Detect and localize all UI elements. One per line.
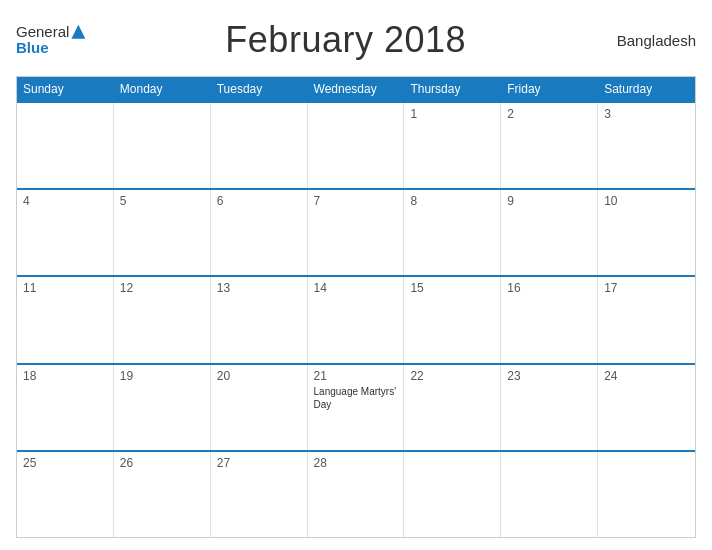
- day-of-week-friday: Friday: [501, 77, 598, 101]
- calendar-cell: 10: [598, 190, 695, 275]
- day-number: 14: [314, 281, 398, 295]
- calendar-cell: 4: [17, 190, 114, 275]
- logo-triangle-icon: [71, 25, 85, 39]
- calendar-title: February 2018: [85, 19, 606, 61]
- day-number: 27: [217, 456, 301, 470]
- day-number: 13: [217, 281, 301, 295]
- calendar-cell: 21Language Martyrs' Day: [308, 365, 405, 450]
- day-number: 19: [120, 369, 204, 383]
- calendar-week-5: 25262728: [17, 450, 695, 537]
- calendar-cell: 6: [211, 190, 308, 275]
- calendar-cell: [17, 103, 114, 188]
- day-number: 28: [314, 456, 398, 470]
- calendar-cell: 17: [598, 277, 695, 362]
- calendar-cell: 1: [404, 103, 501, 188]
- day-number: 25: [23, 456, 107, 470]
- logo-general-text: General: [16, 24, 69, 41]
- day-number: 12: [120, 281, 204, 295]
- calendar-cell: 26: [114, 452, 211, 537]
- day-number: 7: [314, 194, 398, 208]
- calendar-cell: 8: [404, 190, 501, 275]
- calendar-cell: 15: [404, 277, 501, 362]
- calendar: SundayMondayTuesdayWednesdayThursdayFrid…: [16, 76, 696, 538]
- calendar-cell: 14: [308, 277, 405, 362]
- day-number: 9: [507, 194, 591, 208]
- day-number: 6: [217, 194, 301, 208]
- calendar-cell: 9: [501, 190, 598, 275]
- calendar-week-1: 123: [17, 101, 695, 188]
- calendar-cell: 12: [114, 277, 211, 362]
- calendar-cell: 3: [598, 103, 695, 188]
- day-of-week-saturday: Saturday: [598, 77, 695, 101]
- day-number: 2: [507, 107, 591, 121]
- calendar-cell: 20: [211, 365, 308, 450]
- day-number: 5: [120, 194, 204, 208]
- day-number: 4: [23, 194, 107, 208]
- calendar-cell: 7: [308, 190, 405, 275]
- day-number: 17: [604, 281, 689, 295]
- calendar-header-row: SundayMondayTuesdayWednesdayThursdayFrid…: [17, 77, 695, 101]
- day-number: 26: [120, 456, 204, 470]
- header: General Blue February 2018 Bangladesh: [16, 12, 696, 68]
- calendar-cell: [501, 452, 598, 537]
- calendar-week-4: 18192021Language Martyrs' Day222324: [17, 363, 695, 450]
- calendar-cell: 28: [308, 452, 405, 537]
- day-number: 20: [217, 369, 301, 383]
- page: General Blue February 2018 Bangladesh Su…: [0, 0, 712, 550]
- logo: General Blue: [16, 24, 85, 57]
- calendar-cell: 18: [17, 365, 114, 450]
- day-number: 15: [410, 281, 494, 295]
- day-of-week-thursday: Thursday: [404, 77, 501, 101]
- day-number: 3: [604, 107, 689, 121]
- calendar-week-3: 11121314151617: [17, 275, 695, 362]
- day-number: 18: [23, 369, 107, 383]
- calendar-cell: [598, 452, 695, 537]
- day-number: 8: [410, 194, 494, 208]
- day-of-week-sunday: Sunday: [17, 77, 114, 101]
- calendar-cell: 19: [114, 365, 211, 450]
- calendar-cell: 16: [501, 277, 598, 362]
- calendar-cell: 5: [114, 190, 211, 275]
- day-number: 22: [410, 369, 494, 383]
- day-number: 23: [507, 369, 591, 383]
- calendar-cell: 11: [17, 277, 114, 362]
- day-of-week-wednesday: Wednesday: [308, 77, 405, 101]
- calendar-body: 123456789101112131415161718192021Languag…: [17, 101, 695, 537]
- calendar-cell: 24: [598, 365, 695, 450]
- calendar-cell: 23: [501, 365, 598, 450]
- calendar-week-2: 45678910: [17, 188, 695, 275]
- day-number: 10: [604, 194, 689, 208]
- logo-blue-text: Blue: [16, 40, 49, 57]
- calendar-cell: [308, 103, 405, 188]
- day-number: 16: [507, 281, 591, 295]
- calendar-cell: 25: [17, 452, 114, 537]
- calendar-event: Language Martyrs' Day: [314, 385, 398, 411]
- day-number: 24: [604, 369, 689, 383]
- calendar-cell: [114, 103, 211, 188]
- country-label: Bangladesh: [606, 32, 696, 49]
- calendar-cell: [404, 452, 501, 537]
- calendar-cell: 13: [211, 277, 308, 362]
- calendar-cell: 27: [211, 452, 308, 537]
- day-number: 21: [314, 369, 398, 383]
- day-of-week-monday: Monday: [114, 77, 211, 101]
- calendar-cell: [211, 103, 308, 188]
- day-number: 11: [23, 281, 107, 295]
- day-of-week-tuesday: Tuesday: [211, 77, 308, 101]
- day-number: 1: [410, 107, 494, 121]
- calendar-cell: 22: [404, 365, 501, 450]
- calendar-cell: 2: [501, 103, 598, 188]
